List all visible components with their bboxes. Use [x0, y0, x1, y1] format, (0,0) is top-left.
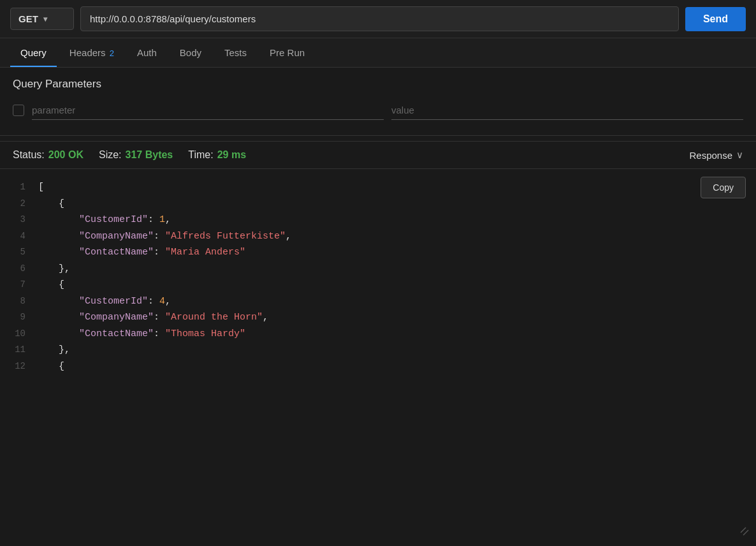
- json-key-9: "CompanyName": [79, 312, 154, 323]
- tab-query[interactable]: Query: [10, 38, 57, 67]
- tab-tests[interactable]: Tests: [214, 38, 257, 67]
- status-value: 200 OK: [48, 149, 84, 161]
- json-key-8: "CustomerId": [79, 296, 148, 307]
- method-label: GET: [18, 13, 38, 24]
- response-dropdown[interactable]: Response ∨: [689, 149, 743, 161]
- param-row: [13, 101, 743, 120]
- json-brace-7: {: [59, 279, 64, 290]
- send-button[interactable]: Send: [685, 7, 746, 31]
- tab-headers-label: Headers: [69, 47, 106, 58]
- code-line-11: 11 },: [13, 342, 680, 358]
- size-label: Size:: [99, 149, 122, 161]
- json-key-10: "ContactName": [79, 328, 154, 339]
- tab-query-label: Query: [20, 47, 47, 58]
- tab-body-label: Body: [180, 47, 201, 58]
- code-line-1: 1 [: [13, 179, 680, 196]
- response-label: Response: [689, 150, 732, 161]
- time-label: Time:: [188, 149, 213, 161]
- line-num-9: 9: [13, 310, 38, 325]
- json-key-5: "ContactName": [79, 247, 154, 258]
- status-bar: Status: 200 OK Size: 317 Bytes Time: 29 …: [0, 141, 756, 169]
- response-section: Status: 200 OK Size: 317 Bytes Time: 29 …: [0, 141, 756, 546]
- size-item: Size: 317 Bytes: [99, 149, 173, 161]
- tab-body[interactable]: Body: [170, 38, 212, 67]
- code-line-5: 5 "ContactName": "Maria Anders": [13, 244, 680, 261]
- tab-tests-label: Tests: [224, 47, 247, 58]
- line-num-4: 4: [13, 229, 38, 244]
- code-line-2: 2 {: [13, 196, 680, 212]
- json-brace-close-6: },: [59, 263, 70, 274]
- tab-auth[interactable]: Auth: [127, 38, 167, 67]
- code-line-8: 8 "CustomerId": 4,: [13, 293, 680, 310]
- time-value: 29 ms: [217, 149, 246, 161]
- json-string-4: "Alfreds Futterkiste": [165, 231, 286, 242]
- line-num-10: 10: [13, 327, 38, 342]
- method-chevron-icon: ▾: [43, 15, 47, 24]
- tab-prerun-label: Pre Run: [270, 47, 305, 58]
- url-input[interactable]: [80, 6, 679, 31]
- param-key-input[interactable]: [32, 101, 384, 120]
- json-string-5: "Maria Anders": [165, 247, 245, 258]
- code-line-7: 7 {: [13, 277, 680, 293]
- json-string-10: "Thomas Hardy": [165, 328, 245, 339]
- query-params-title: Query Parameters: [13, 78, 743, 91]
- code-line-9: 9 "CompanyName": "Around the Horn",: [13, 309, 680, 326]
- json-number-8: 4: [159, 296, 165, 307]
- line-num-5: 5: [13, 245, 38, 260]
- status-label: Status:: [13, 149, 45, 161]
- code-block: 1 [ 2 { 3 "CustomerId": 1,: [0, 169, 756, 385]
- code-line-12: 12 {: [13, 358, 680, 375]
- param-value-input[interactable]: [391, 101, 743, 120]
- line-num-8: 8: [13, 294, 38, 309]
- copy-button[interactable]: Copy: [701, 177, 746, 198]
- line-num-1: 1: [13, 180, 38, 195]
- time-item: Time: 29 ms: [188, 149, 246, 161]
- status-item: Status: 200 OK: [13, 149, 84, 161]
- tabs-bar: Query Headers 2 Auth Body Tests Pre Run: [0, 38, 756, 68]
- json-key-4: "CompanyName": [79, 231, 154, 242]
- code-line-10: 10 "ContactName": "Thomas Hardy": [13, 326, 680, 343]
- tab-auth-label: Auth: [137, 47, 157, 58]
- code-line-3: 3 "CustomerId": 1,: [13, 212, 680, 228]
- response-body: Copy 1 [ 2 { 3: [0, 169, 756, 546]
- json-bracket-open: [: [38, 182, 44, 193]
- app-container: GET ▾ Send Query Headers 2 Auth Body Tes…: [0, 0, 756, 546]
- line-num-2: 2: [13, 196, 38, 212]
- json-brace-close-11: },: [59, 344, 70, 355]
- param-checkbox[interactable]: [13, 105, 24, 116]
- code-line-6: 6 },: [13, 261, 680, 277]
- headers-badge: 2: [110, 48, 114, 58]
- method-selector[interactable]: GET ▾: [10, 8, 74, 30]
- json-key-3: "CustomerId": [79, 214, 148, 225]
- json-brace-12: {: [59, 361, 64, 372]
- svg-line-1: [743, 530, 748, 535]
- response-chevron-icon: ∨: [736, 149, 743, 161]
- top-bar: GET ▾ Send: [0, 0, 756, 38]
- json-brace-2: {: [59, 198, 64, 209]
- section-divider: [0, 135, 756, 136]
- line-num-7: 7: [13, 277, 38, 293]
- tab-headers[interactable]: Headers 2: [59, 38, 124, 67]
- svg-line-0: [741, 528, 746, 533]
- line-num-12: 12: [13, 359, 38, 374]
- json-string-9: "Around the Horn": [165, 312, 263, 323]
- line-num-11: 11: [13, 343, 38, 358]
- code-line-4: 4 "CompanyName": "Alfreds Futterkiste",: [13, 228, 680, 245]
- tab-prerun[interactable]: Pre Run: [259, 38, 315, 67]
- size-value: 317 Bytes: [126, 149, 173, 161]
- json-number-3: 1: [159, 214, 165, 225]
- line-num-3: 3: [13, 212, 38, 228]
- resize-handle-icon[interactable]: [737, 524, 750, 540]
- line-num-6: 6: [13, 262, 38, 277]
- query-params-section: Query Parameters: [0, 68, 756, 130]
